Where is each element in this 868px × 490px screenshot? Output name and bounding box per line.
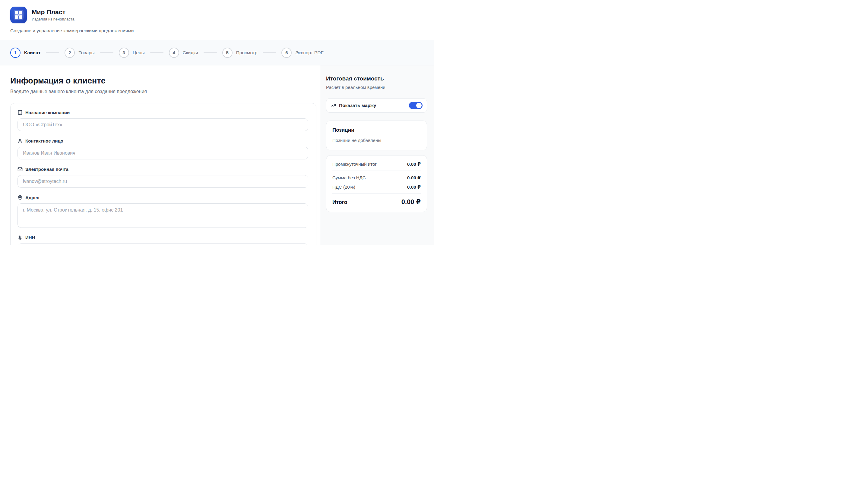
step-connector [204, 53, 217, 53]
address-textarea[interactable] [18, 203, 308, 228]
positions-title: Позиции [332, 127, 421, 133]
hash-icon [18, 235, 23, 240]
amount-without-vat-value: 0.00 ₽ [407, 175, 421, 181]
field-label: Электронная почта [18, 167, 308, 172]
trending-up-icon [331, 103, 336, 108]
company-name-input[interactable] [18, 119, 308, 131]
contact-person-input[interactable] [18, 147, 308, 159]
field-label: ИНН [18, 235, 308, 240]
step-number: 4 [169, 47, 179, 58]
grand-total-label: Итого [332, 199, 347, 205]
app-title: Мир Пласт [32, 8, 74, 16]
brand-block: Мир Пласт Изделия из пенопласта [32, 8, 74, 22]
vat-row: НДС (20%) 0.00 ₽ [332, 185, 421, 190]
grand-total-value: 0.00 ₽ [401, 198, 421, 206]
toggle-knob [416, 103, 422, 108]
field-address: Адрес [18, 195, 308, 228]
show-margin-card: Показать маржу [326, 98, 427, 113]
field-company-name: Название компании [18, 110, 308, 131]
app-description: Создание и управление коммерческими пред… [10, 28, 424, 33]
field-label: Адрес [18, 195, 308, 200]
app-header: Мир Пласт Изделия из пенопласта Создание… [0, 0, 434, 40]
amount-without-vat-row: Сумма без НДС 0.00 ₽ [332, 175, 421, 181]
step-discounts[interactable]: 4 Скидки [169, 47, 198, 58]
field-label: Контактное лицо [18, 138, 308, 143]
vat-value: 0.00 ₽ [407, 185, 421, 190]
field-contact-person: Контактное лицо [18, 138, 308, 159]
inn-input[interactable] [18, 243, 308, 245]
step-number: 5 [222, 47, 232, 58]
step-number: 3 [119, 47, 129, 58]
step-number: 6 [281, 47, 292, 58]
client-form-card: Название компании Контактное лицо [10, 103, 316, 245]
step-label: Скидки [183, 50, 198, 56]
step-label: Цены [133, 50, 145, 56]
totals-card: Промежуточный итог 0.00 ₽ Сумма без НДС … [326, 155, 427, 212]
grid-icon [13, 10, 24, 20]
map-pin-icon [18, 195, 23, 200]
step-export-pdf[interactable]: 6 Экспорт PDF [281, 47, 323, 58]
mail-icon [18, 167, 23, 172]
proposal-builder-app: Мир Пласт Изделия из пенопласта Создание… [0, 0, 434, 245]
step-connector [263, 53, 276, 53]
step-label: Просмотр [236, 50, 257, 56]
user-icon [18, 138, 23, 143]
email-input[interactable] [18, 175, 308, 188]
building-icon [18, 110, 23, 115]
section-title: Информация о клиенте [10, 76, 316, 86]
step-products[interactable]: 2 Товары [65, 47, 94, 58]
content-area: Информация о клиенте Введите данные ваше… [0, 65, 434, 245]
step-label: Товары [79, 50, 94, 56]
app-tagline: Изделия из пенопласта [32, 17, 74, 22]
subtotal-row: Промежуточный итог 0.00 ₽ [332, 162, 421, 167]
step-preview[interactable]: 5 Просмотр [222, 47, 257, 58]
divider [332, 170, 421, 171]
field-inn: ИНН [18, 235, 308, 245]
wizard-stepper: 1 Клиент 2 Товары 3 Цены 4 Скидки 5 Прос… [0, 40, 434, 65]
subtotal-value: 0.00 ₽ [407, 162, 421, 167]
step-connector [46, 53, 59, 53]
step-connector [100, 53, 114, 53]
show-margin-toggle[interactable] [409, 102, 423, 109]
app-logo [10, 7, 27, 23]
step-client[interactable]: 1 Клиент [10, 47, 40, 58]
divider [332, 193, 421, 194]
show-margin-label: Показать маржу [339, 103, 406, 108]
step-prices[interactable]: 3 Цены [119, 47, 145, 58]
grand-total-row: Итого 0.00 ₽ [332, 198, 421, 206]
summary-sidebar: Итоговая стоимость Расчет в реальном вре… [320, 65, 434, 245]
step-number: 2 [65, 47, 75, 58]
summary-subtitle: Расчет в реальном времени [326, 85, 427, 90]
client-step-panel: Информация о клиенте Введите данные ваше… [0, 65, 320, 245]
section-subtitle: Введите данные вашего клиента для создан… [10, 89, 316, 94]
positions-card: Позиции Позиции не добавлены [326, 121, 427, 151]
step-label: Экспорт PDF [295, 50, 323, 56]
step-label: Клиент [24, 50, 40, 56]
step-connector [150, 53, 163, 53]
positions-empty-text: Позиции не добавлены [332, 138, 421, 143]
field-label: Название компании [18, 110, 308, 115]
field-email: Электронная почта [18, 167, 308, 188]
summary-title: Итоговая стоимость [326, 75, 427, 82]
step-number: 1 [10, 47, 21, 58]
